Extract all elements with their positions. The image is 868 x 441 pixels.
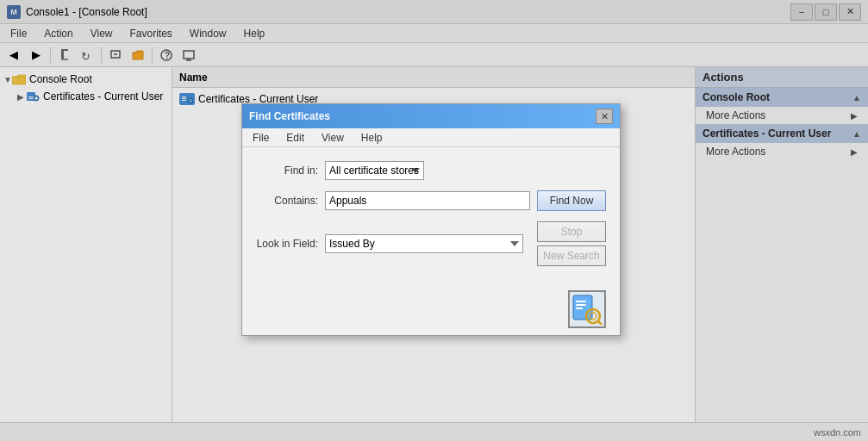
side-buttons: Stop New Search: [530, 221, 606, 266]
find-in-container: All certificate stores Personal Trusted …: [325, 161, 606, 180]
find-in-label: Find in:: [256, 165, 325, 177]
dialog-close-button[interactable]: ✕: [596, 109, 613, 124]
contains-row: Contains: Find Now: [256, 190, 606, 211]
svg-rect-22: [576, 301, 586, 302]
new-search-button[interactable]: New Search: [537, 245, 606, 266]
dialog-overlay: Find Certificates ✕ File Edit View Help …: [0, 0, 868, 441]
dialog-body: Find in: All certificate stores Personal…: [242, 147, 620, 290]
find-now-button[interactable]: Find Now: [537, 190, 606, 211]
dialog-title: Find Certificates: [249, 110, 330, 122]
contains-label: Contains:: [256, 195, 325, 207]
dialog-icon-area: [242, 290, 620, 335]
svg-rect-24: [576, 307, 583, 309]
find-in-select[interactable]: All certificate stores Personal Trusted …: [325, 161, 424, 180]
contains-input[interactable]: [325, 191, 530, 210]
svg-rect-23: [576, 304, 586, 306]
search-certificate-icon: [568, 290, 606, 328]
dialog-menu-edit[interactable]: Edit: [281, 130, 309, 146]
dialog-menu-bar: File Edit View Help: [242, 128, 620, 147]
look-in-label: Look in Field:: [256, 238, 325, 250]
stop-button[interactable]: Stop: [537, 221, 606, 242]
look-in-select[interactable]: Issued By Issued To Friendly Name Subjec…: [325, 234, 523, 253]
svg-line-27: [598, 321, 602, 325]
find-certificates-dialog: Find Certificates ✕ File Edit View Help …: [241, 103, 621, 336]
dialog-menu-file[interactable]: File: [247, 130, 274, 146]
look-in-row: Look in Field: Issued By Issued To Frien…: [256, 221, 606, 266]
dialog-title-bar: Find Certificates ✕: [242, 104, 620, 128]
dialog-menu-help[interactable]: Help: [356, 130, 388, 146]
dialog-menu-view[interactable]: View: [316, 130, 349, 146]
find-in-row: Find in: All certificate stores Personal…: [256, 161, 606, 180]
